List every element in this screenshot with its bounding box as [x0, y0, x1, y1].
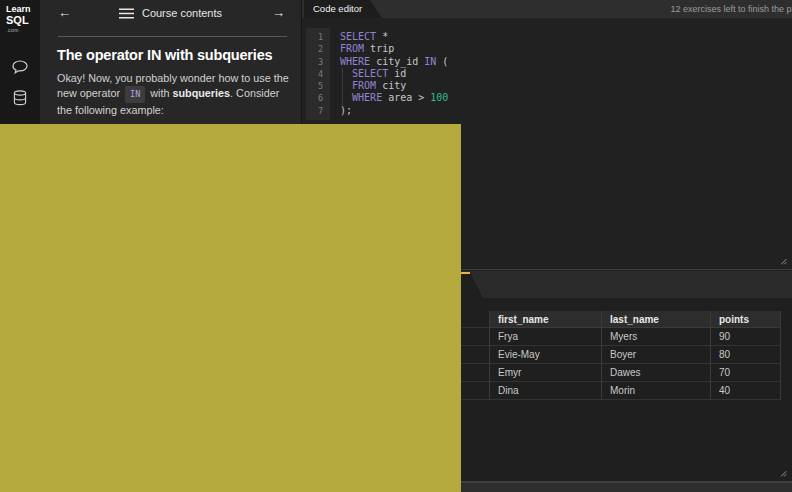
table-cell: Emyr	[490, 364, 602, 382]
results-table: first_namelast_namepointsFryaMyers90Evie…	[461, 311, 781, 400]
code-token: );	[340, 105, 352, 116]
line-number-gutter: 1234567	[306, 28, 330, 120]
results-resize-grip-icon[interactable]	[778, 468, 787, 477]
row-number-cell	[461, 328, 490, 346]
line-number: 6	[306, 92, 330, 104]
table-cell: 90	[711, 328, 781, 346]
code-token: trip	[364, 43, 394, 54]
code-token: (	[436, 56, 448, 67]
line-number: 3	[306, 56, 330, 68]
column-header: first_name	[490, 311, 602, 328]
table-cell: Dawes	[602, 364, 711, 382]
exercises-status: 12 exercises left to finish the part	[670, 0, 792, 18]
table-cell: 80	[711, 346, 781, 364]
app-logo[interactable]: Learn SQL .com	[6, 5, 31, 33]
app-window: Learn SQL .com ← Course contents → The o…	[0, 0, 792, 492]
logo-line-1: Learn	[6, 5, 31, 14]
code-line[interactable]: WHERE area > 100	[340, 92, 448, 104]
table-cell: 40	[711, 382, 781, 400]
line-number: 7	[306, 105, 330, 117]
next-lesson-button[interactable]: →	[272, 4, 285, 22]
row-number-cell	[461, 346, 490, 364]
code-editor-tab-label: Code editor	[313, 3, 362, 14]
code-token	[340, 68, 352, 79]
course-contents-label: Course contents	[142, 7, 222, 19]
code-lines[interactable]: SELECT *FROM tripWHERE city_id IN ( SELE…	[340, 31, 448, 117]
logo-line-3: .com	[6, 28, 31, 33]
logo-line-2: SQL	[6, 15, 31, 26]
nav-separator	[58, 36, 287, 37]
line-number: 1	[306, 31, 330, 43]
code-token: IN	[424, 56, 436, 67]
code-token	[340, 92, 352, 103]
table-cell: Dina	[490, 382, 602, 400]
column-header: points	[711, 311, 781, 328]
code-line[interactable]: );	[340, 105, 448, 117]
code-token: id	[388, 68, 406, 79]
line-number: 2	[306, 43, 330, 55]
code-line[interactable]: FROM city	[340, 80, 448, 92]
code-token: area >	[382, 92, 430, 103]
table-cell: Frya	[490, 328, 602, 346]
line-number: 5	[306, 80, 330, 92]
table-cell: Myers	[602, 328, 711, 346]
column-header: last_name	[602, 311, 711, 328]
table-cell: Boyer	[602, 346, 711, 364]
table-cell: Evie-May	[490, 346, 602, 364]
chat-bubble-icon[interactable]	[12, 60, 28, 74]
lesson-title: The operator IN with subqueries	[57, 47, 297, 63]
code-token: *	[376, 31, 388, 42]
hamburger-icon	[119, 8, 134, 19]
line-number: 4	[306, 68, 330, 80]
code-token: FROM	[340, 43, 364, 54]
code-token: city_id	[370, 56, 424, 67]
course-contents-button[interactable]: Course contents	[40, 4, 301, 22]
code-token: city	[376, 80, 406, 91]
code-token: WHERE	[340, 56, 370, 67]
code-editor-tabbar: Code editor 12 exercises left to finish …	[301, 0, 792, 18]
forward-arrow-icon: →	[272, 5, 285, 20]
code-token: 100	[430, 92, 448, 103]
inline-code-chip: IN	[125, 86, 145, 103]
row-number-cell	[461, 382, 490, 400]
table-cell: 70	[711, 364, 781, 382]
row-number-cell	[461, 364, 490, 382]
code-token	[340, 80, 352, 91]
lesson-paragraph: Okay! Now, you probably wonder how to us…	[57, 71, 295, 118]
row-number-header	[461, 311, 490, 328]
code-line[interactable]: SELECT id	[340, 68, 448, 80]
database-icon[interactable]	[13, 90, 27, 106]
code-token: FROM	[352, 80, 376, 91]
table-cell: Morin	[602, 382, 711, 400]
editor-resize-grip-icon[interactable]	[778, 256, 787, 265]
code-token: WHERE	[352, 92, 382, 103]
code-editor-tab[interactable]: Code editor	[304, 0, 382, 18]
code-line[interactable]: SELECT *	[340, 31, 448, 43]
code-line[interactable]: WHERE city_id IN (	[340, 56, 448, 68]
yellow-overlay	[0, 124, 461, 492]
paragraph-text: with	[147, 87, 172, 99]
code-token: SELECT	[352, 68, 388, 79]
code-token: SELECT	[340, 31, 376, 42]
code-line[interactable]: FROM trip	[340, 43, 448, 55]
paragraph-bold-text: subqueries	[172, 87, 230, 99]
